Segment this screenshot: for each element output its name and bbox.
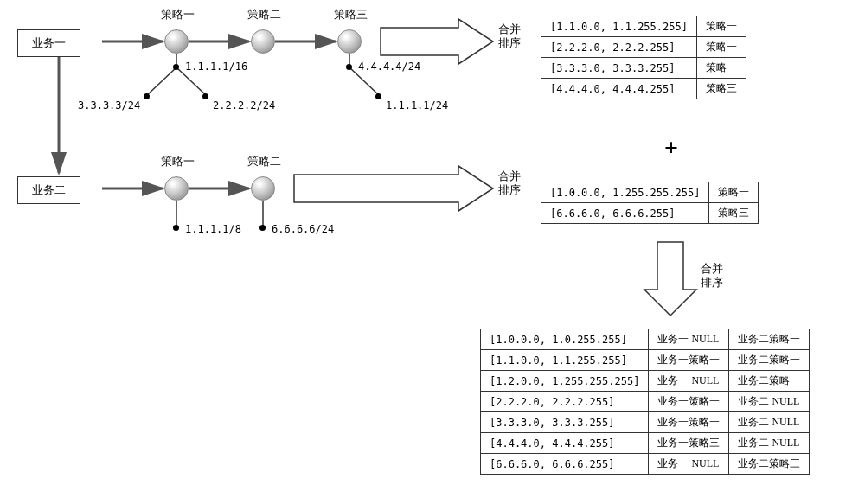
table-row: [1.0.0.0, 1.255.255.255]策略一 [541, 182, 759, 203]
table-row: [4.4.4.0, 4.4.4.255]策略三 [541, 79, 746, 99]
merge-sort-label-2: 合并排序 [498, 169, 521, 196]
ip-dot [173, 225, 179, 231]
row1-strategy1-node [164, 29, 189, 54]
row2-strategy2-label: 策略二 [247, 154, 281, 169]
ip-dot [144, 93, 150, 99]
table-row: [6.6.6.0, 6.6.6.255]业务一 NULL业务二策略三 [481, 454, 810, 475]
ip-label-b1s1a: 3.3.3.3/24 [78, 99, 140, 112]
row1-strategy2-node [251, 29, 275, 54]
merge-sort-label-1: 合并排序 [498, 22, 521, 49]
business-two-box: 业务二 [17, 176, 80, 204]
row1-strategy1-label: 策略一 [161, 7, 195, 22]
table-row: [3.3.3.0, 3.3.3.255]业务一策略一业务二 NULL [481, 412, 810, 433]
ip-dot [173, 64, 179, 70]
table-row: [6.6.6.0, 6.6.6.255]策略三 [541, 203, 759, 224]
row1-strategy2-label: 策略二 [247, 7, 281, 22]
row2-strategy2-node [251, 176, 275, 201]
ip-label-b2s2a: 6.6.6.6/24 [272, 223, 334, 235]
table-three: [1.0.0.0, 1.0.255.255]业务一 NULL业务二策略一 [1.… [480, 329, 810, 475]
table-row: [3.3.3.0, 3.3.3.255]策略一 [541, 58, 746, 79]
merge-sort-label-3: 合并排序 [701, 262, 723, 289]
row1-strategy3-node [337, 29, 362, 54]
row1-strategy3-label: 策略三 [334, 7, 368, 22]
business-one-box: 业务一 [17, 29, 80, 57]
svg-line-7 [147, 67, 176, 95]
ip-dot [202, 93, 208, 99]
ip-label-b1s3a: 4.4.4.4/24 [358, 61, 420, 73]
ip-label-b1s1b: 1.1.1.1/16 [185, 61, 247, 73]
ip-label-b2s1a: 1.1.1.1/8 [185, 223, 241, 235]
table-row: [1.0.0.0, 1.0.255.255]业务一 NULL业务二策略一 [481, 329, 810, 350]
plus-icon: + [664, 134, 678, 162]
table-row: [2.2.2.0, 2.2.2.255]业务一策略一业务二 NULL [481, 392, 810, 412]
table-two: [1.0.0.0, 1.255.255.255]策略一 [6.6.6.0, 6.… [541, 182, 759, 224]
ip-dot [346, 64, 352, 70]
business-two-label: 业务二 [32, 183, 66, 196]
business-one-label: 业务一 [32, 36, 66, 49]
ip-dot [375, 93, 381, 99]
table-row: [2.2.2.0, 2.2.2.255]策略一 [541, 37, 746, 58]
table-row: [1.1.0.0, 1.1.255.255]策略一 [541, 16, 746, 37]
ip-label-b1s3b: 1.1.1.1/24 [386, 99, 448, 112]
table-one: [1.1.0.0, 1.1.255.255]策略一 [2.2.2.0, 2.2.… [541, 16, 746, 99]
ip-dot [260, 225, 266, 231]
table-row: [4.4.4.0, 4.4.4.255]业务一策略三业务二 NULL [481, 433, 810, 454]
table-row: [1.1.0.0, 1.1.255.255]业务一策略一业务二策略一 [481, 350, 810, 371]
row2-strategy1-node [164, 176, 189, 201]
row2-strategy1-label: 策略一 [161, 154, 195, 169]
table-row: [1.2.0.0, 1.255.255.255]业务一 NULL业务二策略一 [481, 371, 810, 392]
ip-label-b1s1c: 2.2.2.2/24 [213, 99, 275, 112]
